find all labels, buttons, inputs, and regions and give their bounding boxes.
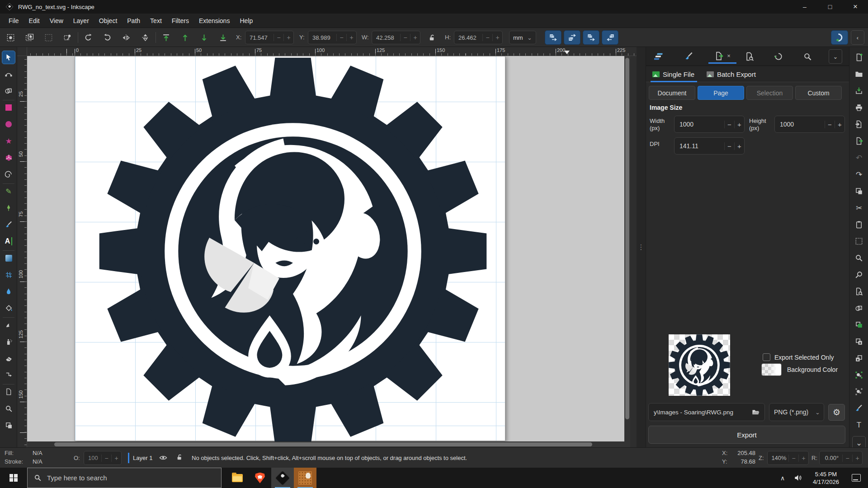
tab-single-file[interactable]: Single File	[652, 66, 694, 82]
action-center-icon[interactable]	[847, 468, 865, 488]
tool-text[interactable]: A	[2, 235, 15, 248]
scope-document-button[interactable]: Document	[649, 86, 695, 100]
select-all-button[interactable]	[3, 30, 18, 45]
menu-path[interactable]: Path	[122, 14, 145, 27]
menu-file[interactable]: File	[4, 14, 24, 27]
rotate-cw-button[interactable]	[99, 30, 115, 45]
export-settings-button[interactable]: ⚙	[828, 404, 845, 421]
menu-help[interactable]: Help	[235, 14, 258, 27]
more-dialogs-chevron-icon[interactable]: ⌄	[829, 49, 842, 64]
layer-visibility-eye-icon[interactable]	[159, 454, 167, 462]
vertical-ruler[interactable]: 255075100125150	[17, 56, 27, 447]
menu-layer[interactable]: Layer	[68, 14, 94, 27]
tool-star[interactable]: ★	[2, 134, 15, 148]
lock-ratio-icon[interactable]	[426, 30, 439, 45]
canvas-viewport[interactable]	[27, 56, 630, 447]
dpi-increment[interactable]: +	[734, 142, 744, 150]
scope-page-button[interactable]: Page	[698, 86, 744, 100]
raise-to-top-button[interactable]	[158, 30, 174, 45]
paste-icon[interactable]	[852, 218, 866, 231]
taskbar-app-brave[interactable]	[249, 468, 271, 488]
zoom-selection-icon[interactable]	[852, 251, 866, 265]
horizontal-ruler[interactable]: 0255075100125150175200225	[27, 47, 637, 56]
lower-to-bottom-button[interactable]	[215, 30, 231, 45]
fill-value[interactable]: N/A	[33, 450, 42, 456]
menu-edit[interactable]: Edit	[24, 14, 45, 27]
export-icon[interactable]	[852, 134, 866, 148]
menu-filters[interactable]: Filters	[167, 14, 194, 27]
opacity-decrement[interactable]: −	[101, 455, 111, 462]
tool-shape-builder[interactable]	[2, 84, 15, 98]
background-color-swatch[interactable]	[761, 363, 782, 376]
duplicate-icon[interactable]	[852, 318, 866, 332]
tool-calligraphy[interactable]	[2, 218, 15, 231]
select-touch-button[interactable]	[60, 30, 75, 45]
tool-paint-bucket[interactable]	[2, 301, 15, 315]
y-decrement[interactable]: −	[336, 34, 346, 41]
taskbar-app-inkscape[interactable]	[271, 468, 294, 488]
export-width-input[interactable]: 1000 − +	[674, 116, 745, 133]
tool-zoom[interactable]	[2, 402, 15, 415]
tab-batch-export[interactable]: Batch Export	[707, 66, 756, 82]
tool-dropper[interactable]	[2, 285, 15, 298]
tool-connector[interactable]	[2, 368, 15, 382]
taskbar-search-input[interactable]: Type here to search	[27, 468, 222, 488]
h-increment[interactable]: +	[492, 34, 502, 41]
vertical-scrollbar[interactable]	[624, 56, 630, 441]
x-input[interactable]: 71.547 − +	[245, 31, 294, 44]
zoom-page-width-icon[interactable]	[852, 301, 866, 315]
export-button[interactable]: Export	[648, 426, 845, 444]
export-filename-input[interactable]: y\Images - Soaring\RWG.png	[648, 403, 765, 421]
scope-custom-button[interactable]: Custom	[795, 86, 842, 100]
export-selected-only-checkbox[interactable]	[763, 353, 770, 361]
tool-pages[interactable]	[2, 418, 15, 432]
export-height-decrement[interactable]: −	[825, 121, 835, 128]
scale-corners-toggle[interactable]	[564, 30, 580, 45]
y-input[interactable]: 38.989 − +	[308, 31, 357, 44]
rotate-ccw-button[interactable]	[80, 30, 96, 45]
x-decrement[interactable]: −	[274, 34, 283, 41]
tool-pencil[interactable]: ✎	[2, 184, 15, 198]
zoom-page-icon[interactable]	[852, 285, 866, 298]
height-input[interactable]: 26.462 − +	[454, 31, 503, 44]
scale-stroke-toggle[interactable]	[545, 30, 561, 45]
scale-pattern-toggle[interactable]	[602, 30, 618, 45]
ungroup-icon[interactable]	[852, 385, 866, 399]
document-properties-dialog-icon[interactable]	[742, 49, 757, 64]
export-format-select[interactable]: PNG (*.png) ⌄	[769, 403, 824, 421]
hidden-icons-chevron-icon[interactable]: ∧	[776, 468, 789, 488]
folder-open-icon[interactable]	[747, 408, 764, 416]
tool-selector[interactable]	[2, 51, 15, 64]
cut-icon[interactable]: ✂	[852, 201, 866, 215]
text-dialog-icon[interactable]: T	[852, 418, 866, 432]
page[interactable]	[75, 56, 505, 441]
history-dialog-icon[interactable]	[771, 49, 786, 64]
menu-object[interactable]: Object	[94, 14, 122, 27]
deselect-button[interactable]	[41, 30, 56, 45]
rotation-decrement[interactable]: −	[842, 455, 852, 462]
export-dialog-tab[interactable]: ×	[708, 49, 736, 64]
fill-stroke-icon[interactable]	[852, 402, 866, 415]
zoom-increment[interactable]: +	[798, 455, 808, 462]
minimize-button[interactable]: –	[792, 0, 817, 14]
open-document-icon[interactable]	[852, 67, 866, 81]
tool-box-3d[interactable]	[2, 151, 15, 164]
redo-icon[interactable]: ↷	[852, 168, 866, 181]
snap-toggle-button[interactable]	[831, 30, 848, 45]
tool-tweak[interactable]	[2, 318, 15, 332]
clone-icon[interactable]	[852, 335, 866, 348]
flip-vertical-button[interactable]	[137, 30, 153, 45]
search-dialog-icon[interactable]	[800, 49, 815, 64]
paste-in-place-icon[interactable]	[852, 117, 866, 131]
selection-icon[interactable]	[852, 235, 866, 248]
layers-dialog-icon[interactable]	[651, 49, 667, 64]
scale-gradient-toggle[interactable]	[583, 30, 599, 45]
rotation-increment[interactable]: +	[852, 455, 862, 462]
menu-view[interactable]: View	[45, 14, 68, 27]
lower-button[interactable]	[196, 30, 212, 45]
copy-icon[interactable]	[852, 184, 866, 198]
h-decrement[interactable]: −	[482, 34, 492, 41]
zoom-decrement[interactable]: −	[788, 455, 798, 462]
undo-icon[interactable]: ↶	[852, 151, 866, 164]
opacity-input[interactable]: 100 − +	[84, 451, 122, 465]
